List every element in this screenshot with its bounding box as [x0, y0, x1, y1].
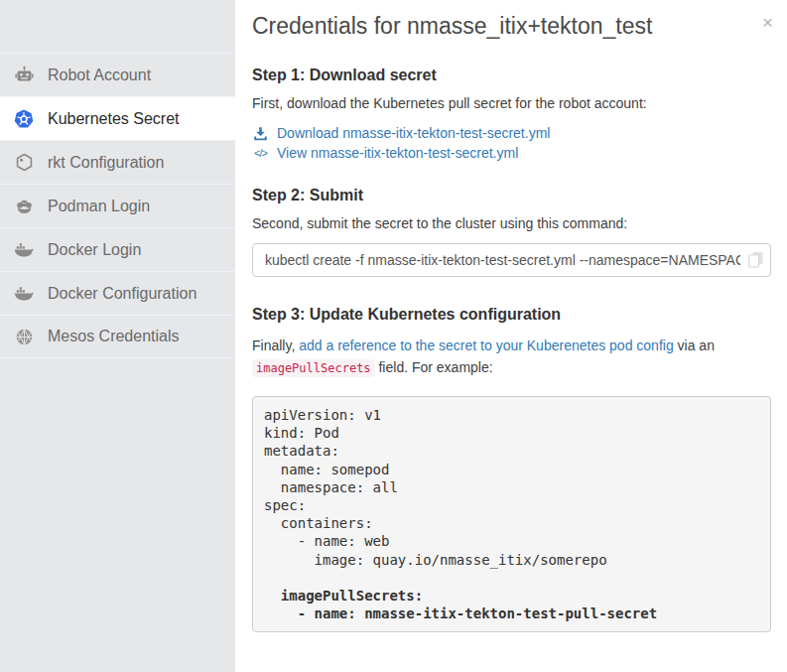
step3-text-middle: via an — [674, 337, 715, 353]
sidebar-item-label: Mesos Credentials — [48, 328, 180, 345]
kubernetes-icon — [14, 109, 34, 129]
imagepullsecrets-chip: imagePullSecrets — [252, 359, 375, 377]
sidebar-item-docker-configuration[interactable]: Docker Configuration — [0, 271, 235, 315]
pod-yaml-imagepullsecrets: imagePullSecrets: - name: nmasse-itix-te… — [264, 588, 657, 621]
pod-config-link[interactable]: add a reference to the secret to your Ku… — [299, 337, 673, 353]
step2-section: Step 2: Submit Second, submit the secret… — [252, 187, 771, 277]
view-secret-link[interactable]: View nmasse-itix-tekton-test-secret.yml — [277, 145, 518, 161]
sidebar-item-kubernetes-secret[interactable]: Kubernetes Secret — [0, 96, 235, 140]
step3-text-prefix: Finally, — [252, 337, 299, 353]
sidebar-item-label: rkt Configuration — [48, 154, 164, 172]
sidebar-item-label: Robot Account — [48, 67, 151, 84]
sidebar-item-rkt-configuration[interactable]: rkt Configuration — [0, 140, 235, 184]
rkt-icon — [14, 153, 34, 173]
step2-description: Second, submit the secret to the cluster… — [252, 215, 771, 231]
download-secret-row: Download nmasse-itix-tekton-test-secret.… — [252, 123, 771, 143]
sidebar-item-label: Kubernetes Secret — [48, 110, 180, 128]
podman-icon — [14, 197, 34, 216]
code-icon: </> — [252, 147, 269, 159]
pod-yaml-code-block: apiVersion: v1 kind: Pod metadata: name:… — [252, 396, 771, 632]
docker-icon — [14, 284, 34, 304]
sidebar-item-docker-login[interactable]: Docker Login — [0, 227, 235, 271]
sidebar-item-robot-account[interactable]: Robot Account — [0, 53, 235, 96]
step3-description: Finally, add a reference to the secret t… — [252, 335, 771, 379]
robot-icon — [14, 66, 34, 85]
copy-icon[interactable] — [746, 251, 764, 269]
sidebar-item-label: Podman Login — [48, 198, 150, 215]
step3-heading: Step 3: Update Kubernetes configuration — [252, 306, 771, 324]
step2-heading: Step 2: Submit — [252, 187, 771, 204]
sidebar-item-podman-login[interactable]: Podman Login — [0, 184, 235, 227]
step3-section: Step 3: Update Kubernetes configuration … — [252, 306, 771, 632]
credential-type-list: Robot Account — [0, 53, 235, 358]
sidebar-item-label: Docker Configuration — [48, 285, 197, 303]
download-secret-link[interactable]: Download nmasse-itix-tekton-test-secret.… — [277, 125, 550, 141]
step1-description: First, download the Kubernetes pull secr… — [252, 95, 771, 111]
secret-file-links: Download nmasse-itix-tekton-test-secret.… — [252, 123, 771, 163]
kubectl-command-box — [252, 243, 771, 277]
view-secret-row: </> View nmasse-itix-tekton-test-secret.… — [252, 143, 771, 163]
download-icon — [252, 126, 269, 141]
kubectl-command-input[interactable] — [252, 243, 771, 277]
sidebar-item-label: Docker Login — [48, 241, 141, 259]
mesos-icon — [14, 327, 34, 346]
sidebar-item-mesos-credentials[interactable]: Mesos Credentials — [0, 315, 235, 358]
close-icon[interactable]: × — [762, 13, 773, 32]
step1-heading: Step 1: Download secret — [252, 67, 771, 84]
modal-title: Credentials for nmasse_itix+tekton_test — [252, 12, 771, 40]
credentials-sidebar: Robot Account — [0, 0, 235, 672]
pod-yaml-plain: apiVersion: v1 kind: Pod metadata: name:… — [264, 407, 607, 568]
credentials-content: Credentials for nmasse_itix+tekton_test … — [235, 0, 787, 672]
step1-section: Step 1: Download secret First, download … — [252, 67, 771, 163]
step3-text-suffix: field. For example: — [375, 359, 493, 375]
docker-icon — [14, 240, 34, 260]
